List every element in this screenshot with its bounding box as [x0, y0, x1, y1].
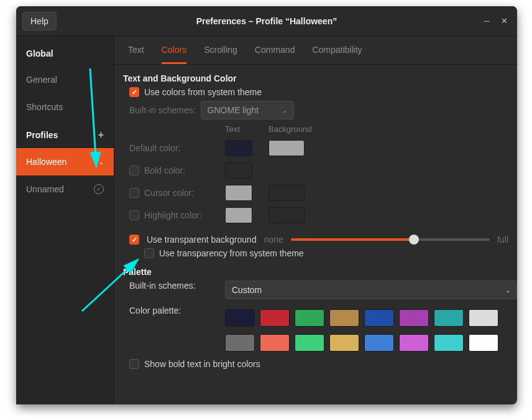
- palette-swatch-2[interactable]: [295, 309, 324, 327]
- palette-swatch-12[interactable]: [364, 334, 394, 352]
- swatch-cursor-text[interactable]: [225, 185, 252, 201]
- tab-colors[interactable]: Colors: [162, 45, 186, 64]
- label-default-color: Default color:: [129, 143, 216, 153]
- slider-thumb[interactable]: [409, 235, 419, 245]
- palette-swatch-3[interactable]: [329, 309, 359, 327]
- checkbox-use-system-theme[interactable]: [129, 87, 139, 97]
- label-bold-color: Bold color:: [144, 166, 185, 175]
- transparency-slider[interactable]: [291, 238, 490, 241]
- palette-swatch-6[interactable]: [434, 309, 464, 327]
- dropdown-palette-schemes[interactable]: Custom ⌄: [225, 281, 517, 299]
- palette-swatch-1[interactable]: [260, 309, 290, 327]
- label-builtin-schemes: Built-in schemes:: [129, 105, 196, 115]
- label-transparency-system: Use transparency from system theme: [159, 248, 304, 258]
- palette-swatch-13[interactable]: [399, 334, 429, 352]
- dropdown-builtin-value: GNOME light: [208, 105, 259, 115]
- sidebar-global-header: Global: [16, 40, 114, 66]
- label-use-system-theme: Use colors from system theme: [144, 87, 262, 97]
- sidebar-item-general[interactable]: General: [16, 66, 114, 93]
- help-button[interactable]: Help: [22, 12, 57, 30]
- palette-swatch-11[interactable]: [329, 334, 359, 352]
- tab-scrolling[interactable]: Scrolling: [204, 45, 237, 64]
- section-palette-title: Palette: [123, 267, 517, 277]
- tab-command[interactable]: Command: [255, 45, 295, 64]
- palette-swatches: [225, 306, 517, 355]
- palette-swatch-15[interactable]: [469, 334, 498, 352]
- sidebar-item-label: Unnamed: [26, 184, 64, 194]
- sidebar: Global General Shortcuts Profiles + Hall…: [16, 36, 114, 404]
- chevron-down-icon: ⌄: [99, 159, 104, 166]
- section-textbg-title: Text and Background Color: [123, 73, 517, 83]
- dropdown-palette-value: Custom: [232, 285, 262, 295]
- preferences-window: Help Preferences – Profile “Halloween” ─…: [16, 6, 517, 404]
- palette-swatch-5[interactable]: [399, 309, 429, 327]
- checkbox-bold-bright[interactable]: [129, 359, 139, 369]
- label-use-transparent-bg: Use transparent background: [147, 235, 257, 245]
- dropdown-builtin-schemes[interactable]: GNOME light ⌄: [201, 101, 294, 119]
- sidebar-item-unnamed[interactable]: Unnamed ✓: [16, 175, 114, 203]
- main-panel: Text Colors Scrolling Command Compatibil…: [114, 36, 517, 404]
- swatch-bold-text[interactable]: [225, 162, 252, 179]
- col-header-text: Text: [225, 124, 260, 134]
- slider-label-none: none: [264, 235, 283, 245]
- swatch-highlight-bg[interactable]: [268, 207, 305, 223]
- checkbox-highlight-color[interactable]: [129, 210, 139, 220]
- label-palette-builtin: Built-in schemes:: [129, 281, 216, 291]
- window-title: Preferences – Profile “Halloween”: [196, 16, 337, 26]
- sidebar-profiles-label: Profiles: [26, 130, 58, 140]
- sidebar-item-label: Halloween: [26, 157, 66, 167]
- checkbox-use-transparent-bg[interactable]: [129, 235, 139, 245]
- tab-compatibility[interactable]: Compatibility: [312, 45, 362, 64]
- default-profile-icon: ✓: [94, 184, 104, 194]
- palette-swatch-10[interactable]: [295, 334, 324, 352]
- swatch-cursor-bg[interactable]: [268, 185, 305, 201]
- palette-swatch-7[interactable]: [469, 309, 498, 327]
- swatch-default-text[interactable]: [225, 140, 252, 156]
- palette-swatch-9[interactable]: [260, 334, 290, 352]
- titlebar: Help Preferences – Profile “Halloween” ─…: [16, 6, 517, 36]
- add-profile-icon[interactable]: +: [98, 129, 104, 141]
- label-cursor-color: Cursor color:: [144, 188, 194, 198]
- swatch-default-bg[interactable]: [268, 140, 305, 156]
- palette-swatch-4[interactable]: [364, 309, 394, 327]
- minimize-icon[interactable]: ─: [480, 14, 493, 28]
- color-grid: Text Background Default color: Bold colo…: [129, 124, 517, 223]
- sidebar-item-halloween[interactable]: Halloween ⌄: [16, 148, 114, 175]
- checkbox-transparency-system[interactable]: [144, 248, 154, 258]
- tabs: Text Colors Scrolling Command Compatibil…: [114, 36, 517, 65]
- sidebar-item-shortcuts[interactable]: Shortcuts: [16, 93, 114, 121]
- palette-swatch-14[interactable]: [434, 334, 464, 352]
- col-header-bg: Background: [268, 124, 313, 134]
- chevron-down-icon: ⌄: [505, 287, 510, 294]
- window-body: Global General Shortcuts Profiles + Hall…: [16, 36, 517, 404]
- slider-label-full: full: [497, 235, 508, 245]
- swatch-highlight-text[interactable]: [225, 207, 252, 223]
- tab-text[interactable]: Text: [128, 45, 144, 64]
- checkbox-cursor-color[interactable]: [129, 188, 139, 198]
- palette-swatch-8[interactable]: [225, 334, 255, 352]
- checkbox-bold-color[interactable]: [129, 166, 139, 175]
- label-bold-bright: Show bold text in bright colors: [144, 359, 260, 369]
- palette-swatch-0[interactable]: [225, 309, 255, 327]
- close-icon[interactable]: ✕: [497, 14, 511, 28]
- sidebar-profiles-header: Profiles +: [16, 121, 114, 148]
- slider-fill: [291, 238, 415, 241]
- chevron-down-icon: ⌄: [282, 107, 287, 114]
- label-highlight-color: Highlight color:: [144, 210, 202, 220]
- tab-content: Text and Background Color Use colors fro…: [114, 65, 517, 369]
- label-color-palette: Color palette:: [129, 306, 216, 315]
